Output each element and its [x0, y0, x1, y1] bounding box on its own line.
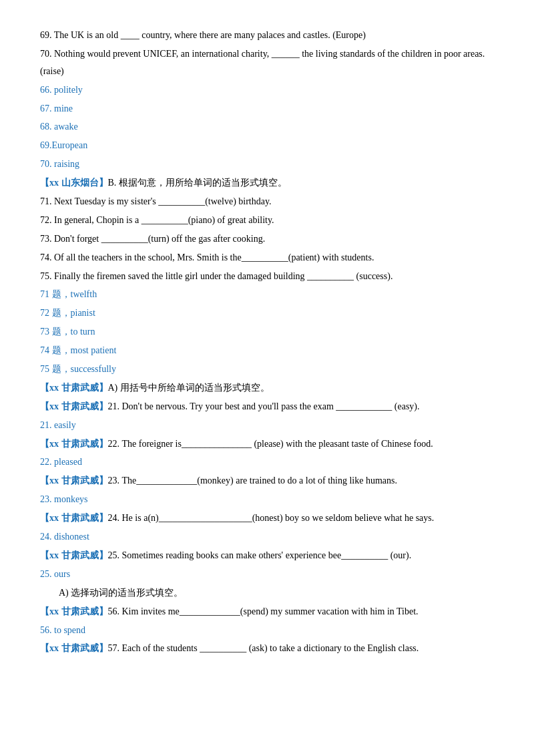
- a70-text: 70. raising: [40, 156, 494, 173]
- q75-text: 75. Finally the firemen saved the little…: [40, 268, 494, 285]
- question-73: 73. Don't forget __________(turn) off th…: [40, 230, 494, 248]
- question-21: 【xx 甘肃武威】21. Don't be nervous. Try your …: [40, 398, 494, 415]
- answer-66: 66. politely: [40, 81, 494, 99]
- section-header-gansu-a: 【xx 甘肃武威】A) 用括号中所给单词的适当形式填空。: [40, 379, 494, 397]
- a56-text: 56. to spend: [40, 622, 494, 639]
- question-57: 【xx 甘肃武威】57. Each of the students ______…: [40, 640, 494, 657]
- answer-72: 72 题，pianist: [40, 305, 494, 322]
- a68-text: 68. awake: [40, 118, 494, 136]
- q73-text: 73. Don't forget __________(turn) off th…: [40, 230, 494, 248]
- answer-23: 23. monkeys: [40, 491, 494, 508]
- question-71: 71. Next Tuesday is my sister's ________…: [40, 193, 494, 210]
- answer-24: 24. dishonest: [40, 528, 494, 546]
- a72-text: 72 题，pianist: [40, 305, 494, 322]
- a22-text: 22. pleased: [40, 453, 494, 471]
- answer-68: 68. awake: [40, 118, 494, 136]
- answer-69: 69.European: [40, 137, 494, 154]
- a73-text: 73 题，to turn: [40, 323, 494, 341]
- question-74: 74. Of all the teachers in the school, M…: [40, 249, 494, 266]
- q71-text: 71. Next Tuesday is my sister's ________…: [40, 193, 494, 210]
- answer-70: 70. raising: [40, 156, 494, 173]
- q70-text: 70. Nothing would prevent UNICEF, an int…: [40, 45, 494, 80]
- a25-text: 25. ours: [40, 566, 494, 583]
- header-shandong-text: 【xx 山东烟台】B. 根据句意，用所给单词的适当形式填空。: [40, 174, 494, 192]
- a66-text: 66. politely: [40, 81, 494, 99]
- answer-22: 22. pleased: [40, 453, 494, 471]
- a23-text: 23. monkeys: [40, 491, 494, 508]
- a24-text: 24. dishonest: [40, 528, 494, 546]
- subsection-verb-text: A) 选择动词的适当形式填空。: [40, 584, 494, 602]
- question-69: 69. The UK is an old ____ country, where…: [40, 27, 494, 44]
- question-22: 【xx 甘肃武威】22. The foreigner is___________…: [40, 435, 494, 453]
- subsection-verb: A) 选择动词的适当形式填空。: [40, 584, 494, 602]
- question-75: 75. Finally the firemen saved the little…: [40, 268, 494, 285]
- question-23: 【xx 甘肃武威】23. The_____________(monkey) ar…: [40, 472, 494, 490]
- a75-text: 75 题，successfully: [40, 361, 494, 378]
- q74-text: 74. Of all the teachers in the school, M…: [40, 249, 494, 266]
- q25-text: 【xx 甘肃武威】25. Sometimes reading books can…: [40, 547, 494, 564]
- a21-text: 21. easily: [40, 417, 494, 434]
- answer-71: 71 题，twelfth: [40, 286, 494, 303]
- question-25: 【xx 甘肃武威】25. Sometimes reading books can…: [40, 547, 494, 564]
- question-56: 【xx 甘肃武威】56. Kim invites me_____________…: [40, 603, 494, 620]
- answer-21: 21. easily: [40, 417, 494, 434]
- q22-text: 【xx 甘肃武威】22. The foreigner is___________…: [40, 435, 494, 453]
- question-72: 72. In general, Chopin is a __________(p…: [40, 212, 494, 229]
- q56-text: 【xx 甘肃武威】56. Kim invites me_____________…: [40, 603, 494, 620]
- a69-text: 69.European: [40, 137, 494, 154]
- section-header-shandong: 【xx 山东烟台】B. 根据句意，用所给单词的适当形式填空。: [40, 174, 494, 192]
- a67-text: 67. mine: [40, 100, 494, 118]
- header-gansu-a-text: 【xx 甘肃武威】A) 用括号中所给单词的适当形式填空。: [40, 379, 494, 397]
- q57-text: 【xx 甘肃武威】57. Each of the students ______…: [40, 640, 494, 657]
- answer-25: 25. ours: [40, 566, 494, 583]
- q21-text: 【xx 甘肃武威】21. Don't be nervous. Try your …: [40, 398, 494, 415]
- answer-67: 67. mine: [40, 100, 494, 118]
- question-24: 【xx 甘肃武威】24. He is a(n)_________________…: [40, 510, 494, 527]
- q23-text: 【xx 甘肃武威】23. The_____________(monkey) ar…: [40, 472, 494, 490]
- main-content: 69. The UK is an old ____ country, where…: [40, 27, 494, 657]
- answer-75: 75 题，successfully: [40, 361, 494, 378]
- answer-73: 73 题，to turn: [40, 323, 494, 341]
- a71-text: 71 题，twelfth: [40, 286, 494, 303]
- q69-text: 69. The UK is an old ____ country, where…: [40, 27, 494, 44]
- answer-56: 56. to spend: [40, 622, 494, 639]
- a74-text: 74 题，most patient: [40, 342, 494, 359]
- q72-text: 72. In general, Chopin is a __________(p…: [40, 212, 494, 229]
- answer-74: 74 题，most patient: [40, 342, 494, 359]
- q24-text: 【xx 甘肃武威】24. He is a(n)_________________…: [40, 510, 494, 527]
- question-70: 70. Nothing would prevent UNICEF, an int…: [40, 45, 494, 80]
